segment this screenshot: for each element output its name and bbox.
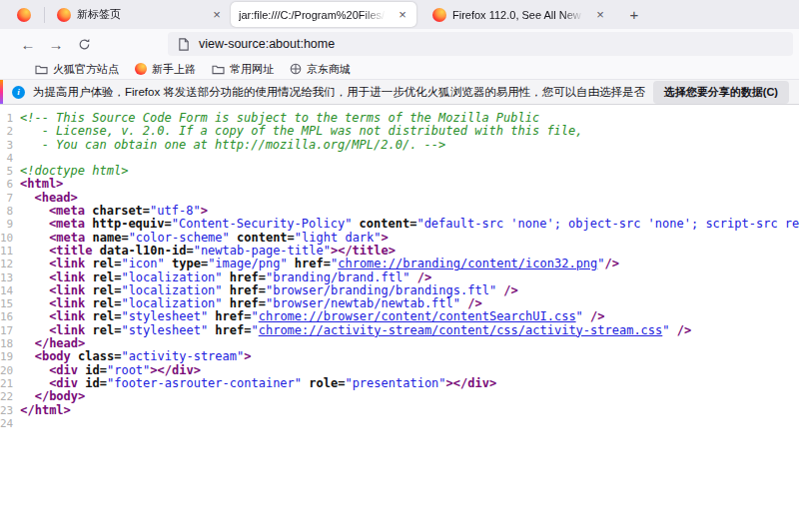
line-number: 12 [0,258,20,270]
source-token: " [597,258,604,270]
source-token: " [251,310,258,323]
line-content: <link rel="stylesheet" href="chrome://br… [20,310,799,323]
line-number: 18 [0,337,20,350]
source-token: href [223,271,259,284]
bookmark-label: 常用网址 [230,62,274,77]
line-content: <title data-l10n-id="newtab-page-title">… [20,245,799,258]
line-number: 15 [0,297,20,310]
source-token: type [165,258,201,270]
tab-firefox-release-notes[interactable]: Firefox 112.0, See All New Fea × [424,3,614,26]
source-line: 6<html> [0,178,799,191]
source-token: </head> [20,337,85,350]
line-content: <link rel="stylesheet" href="chrome://ac… [20,324,799,337]
source-token: ></div> [446,377,497,390]
source-token: rel [85,284,114,297]
source-token: <meta [20,205,85,218]
line-number: 24 [0,417,20,430]
line-number: 14 [0,284,20,297]
source-token: <html> [20,178,63,191]
source-token: "localization" [121,284,222,297]
source-token: rel [85,310,114,323]
tab-view-source-active[interactable]: jar:file:///C:/Program%20Files/M × [231,2,416,27]
source-token: "icon" [121,258,164,270]
source-token: <link [20,258,85,270]
line-content: <link rel="localization" href="browser/n… [20,297,799,310]
source-link[interactable]: chrome://activity-stream/content/css/act… [259,324,663,337]
choose-shared-data-button[interactable]: 选择您要分享的数据(C) [653,81,789,104]
source-token: <!-- This Source Code Form is subject to… [20,112,539,125]
line-number: 8 [0,205,20,218]
source-token: /> [583,310,605,323]
bookmarks-bar: 火狐官方站点 新手上路 常用网址 京东商城 [0,59,799,80]
line-number: 4 [0,152,20,165]
source-token: - License, v. 2.0. If a copy of the MPL … [20,125,583,138]
source-token: = [259,284,266,297]
line-content: <meta name="color-scheme" content="light… [20,232,799,245]
source-token: content [352,218,409,231]
source-token: = [143,205,150,218]
source-token: <link [20,324,85,337]
infobar-gradient-stripe [0,80,3,104]
tab-bar: 新标签页 × jar:file:///C:/Program%20Files/M … [0,0,799,29]
tab-title: jar:file:///C:/Program%20Files/M [239,9,389,21]
close-icon[interactable]: × [395,7,410,23]
source-token: "Content-Security-Policy" [172,218,353,231]
source-line: 2 - License, v. 2.0. If a copy of the MP… [0,125,799,138]
url-bar[interactable]: view-source:about:home [168,32,793,56]
bookmark-folder-firefox-official[interactable]: 火狐官方站点 [30,60,124,79]
back-button[interactable]: ← [14,32,42,56]
line-content: - License, v. 2.0. If a copy of the MPL … [20,125,799,138]
source-token: /> [409,271,431,284]
source-token: href [223,284,259,297]
bookmark-folder-common-sites[interactable]: 常用网址 [207,60,279,79]
source-token: <link [20,310,85,323]
info-icon: i [12,86,25,99]
close-icon[interactable]: × [592,7,608,23]
source-line: 9 <meta http-equiv="Content-Security-Pol… [0,218,799,231]
source-token: ></title> [331,245,396,258]
source-token: <head> [20,192,78,205]
source-token: > [244,350,251,363]
forward-button[interactable]: → [42,32,70,56]
source-token: "localization" [121,271,222,284]
reload-button[interactable] [70,32,98,56]
bookmark-jd-mall[interactable]: 京东商城 [285,60,356,79]
source-token: href [208,310,244,323]
line-content: <div id="footer-asrouter-container" role… [20,377,799,390]
line-number: 7 [0,192,20,205]
source-token: "color-scheme" [129,232,230,245]
source-link[interactable]: chrome://branding/content/icon32.png [338,258,597,270]
new-tab-button[interactable]: + [622,3,646,26]
line-content: <!doctype html> [20,165,799,178]
source-token: = [121,232,128,245]
tab-new-tab-page[interactable]: 新标签页 × [49,3,231,26]
line-number: 1 [0,112,20,125]
source-token: "default-src 'none'; object-src 'none'; … [416,218,799,231]
infobar-message: 为提高用户体验，Firefox 将发送部分功能的使用情况给我们，用于进一步优化火… [33,85,645,100]
source-line: 10 <meta name="color-scheme" content="li… [0,232,799,245]
close-icon[interactable]: × [209,7,225,23]
source-token: "light dark" [295,232,382,245]
pinned-tab[interactable] [8,3,40,26]
line-content: <link rel="localization" href="branding/… [20,271,799,284]
source-token: /> [670,324,692,337]
line-content: <div id="root"></div> [20,364,799,377]
line-number: 19 [0,350,20,363]
source-line: 18 </head> [0,337,799,350]
source-token: "localization" [121,297,222,310]
navigation-bar: ← → view-source:about:home [0,29,799,59]
line-number: 5 [0,165,20,178]
source-line: 7 <head> [0,192,799,205]
firefox-icon [135,63,147,75]
line-content: <body class="activity-stream"> [20,350,799,363]
bookmark-getting-started[interactable]: 新手上路 [130,60,201,79]
source-token: > [382,232,389,245]
source-line: 22 </body> [0,390,799,403]
source-link[interactable]: chrome://browser/content/contentSearchUI… [259,310,576,323]
source-token: <link [20,271,85,284]
reload-icon [78,38,91,51]
source-line: 8 <meta charset="utf-8"> [0,205,799,218]
source-token: </html> [20,404,71,417]
source-token: " [662,324,669,337]
folder-icon [35,64,48,75]
